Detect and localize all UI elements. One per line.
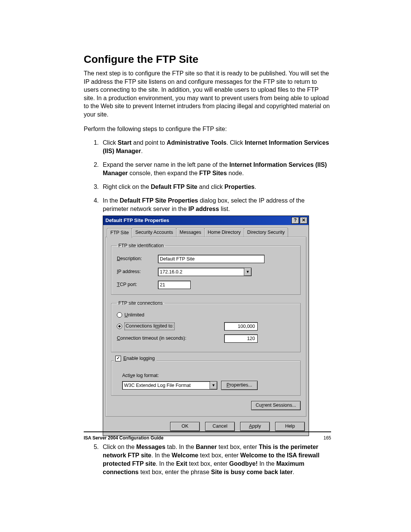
tab-home-directory[interactable]: Home Directory	[204, 228, 244, 237]
label-tcp-port: TCP port:	[117, 281, 158, 288]
step-2: Expand the server name in the left pane …	[100, 161, 331, 177]
help-button[interactable]: ?	[292, 217, 299, 224]
current-sessions-button[interactable]: Current Sessions...	[251, 401, 301, 410]
tabs-row: FTP Site Security Accounts Messages Home…	[103, 225, 309, 237]
document-page: Configure the FTP Site The next step is …	[0, 0, 411, 532]
checkmark-icon: ✓	[115, 356, 121, 361]
input-description[interactable]	[158, 255, 264, 263]
lead-paragraph: Perform the following steps to configure…	[84, 126, 331, 133]
radio-unlimited[interactable]: Unlimited	[117, 312, 295, 318]
group-conn-legend: FTP site connections	[117, 300, 164, 307]
close-button[interactable]: ✕	[300, 217, 307, 224]
dialog-titlebar[interactable]: Default FTP Site Properties ? ✕	[103, 216, 309, 225]
step-3: Right click on the Default FTP Site and …	[100, 183, 331, 191]
apply-button[interactable]: Apply	[240, 422, 270, 431]
group-ftp-identification: FTP site identification Description: IP …	[111, 243, 301, 294]
tab-security-accounts[interactable]: Security Accounts	[132, 228, 176, 237]
footer-page-number: 165	[323, 435, 331, 441]
group-logging: ✓ Enable logging Active log format: ▼	[111, 358, 301, 396]
label-connection-timeout: Connection timeout (in seconds):	[117, 335, 186, 342]
properties-dialog: Default FTP Site Properties ? ✕ FTP Site…	[103, 216, 309, 436]
dropdown-icon[interactable]: ▼	[210, 381, 217, 390]
section-heading: Configure the FTP Site	[84, 53, 331, 66]
input-connection-timeout[interactable]	[224, 334, 258, 343]
page-footer: ISA Server 2004 Configuration Guide 165	[84, 431, 331, 441]
input-tcp-port[interactable]	[158, 281, 191, 289]
tab-panel: FTP site identification Description: IP …	[105, 237, 306, 416]
cancel-button[interactable]: Cancel	[205, 422, 235, 431]
radio-icon	[117, 312, 122, 318]
ok-button[interactable]: OK	[170, 422, 200, 431]
footer-title: ISA Server 2004 Configuration Guide	[84, 435, 164, 441]
step-5: Click on the Messages tab. In the Banner…	[100, 443, 331, 476]
radio-selected-icon	[117, 324, 122, 329]
input-log-format[interactable]	[122, 381, 210, 390]
steps-list: Click Start and point to Administrative …	[84, 139, 331, 476]
dropdown-icon[interactable]: ▼	[244, 268, 252, 276]
radio-limited[interactable]: Connections limited to:	[117, 323, 175, 330]
label-description: Description:	[117, 256, 158, 262]
dialog-title: Default FTP Site Properties	[105, 217, 291, 224]
checkbox-enable-logging[interactable]: ✓ Enable logging	[114, 355, 156, 362]
tab-ftp-site[interactable]: FTP Site	[107, 228, 132, 238]
input-ip-address[interactable]	[158, 268, 244, 276]
step-1: Click Start and point to Administrative …	[100, 139, 331, 155]
combo-log-format[interactable]: ▼	[122, 381, 217, 390]
intro-paragraph: The next step is to configure the FTP si…	[84, 69, 331, 119]
tab-directory-security[interactable]: Directory Security	[244, 228, 288, 237]
group-ident-legend: FTP site identification	[117, 243, 165, 249]
label-active-log-format: Active log format:	[122, 372, 295, 379]
tab-messages[interactable]: Messages	[176, 228, 205, 237]
properties-button[interactable]: Properties...	[221, 381, 258, 390]
input-connection-limit[interactable]	[224, 322, 258, 331]
step-4: In the Default FTP Site Properties dialo…	[100, 197, 331, 436]
label-ip-address: IP address:	[117, 268, 158, 275]
group-ftp-connections: FTP site connections Unlimited Connectio…	[111, 300, 301, 353]
combo-ip-address[interactable]: ▼	[158, 268, 252, 276]
help-button-bottom[interactable]: Help	[275, 422, 305, 431]
